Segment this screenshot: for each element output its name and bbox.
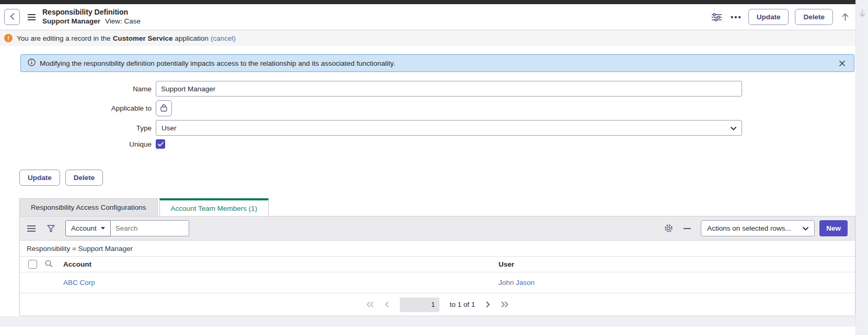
form-row-applicable-to: Applicable to <box>0 100 855 116</box>
delete-button[interactable]: Delete <box>795 9 833 25</box>
funnel-icon[interactable] <box>47 225 55 232</box>
form-row-unique: Unique <box>0 139 855 149</box>
applicable-to-label: Applicable to <box>0 104 152 112</box>
name-field[interactable] <box>156 81 742 97</box>
new-button[interactable]: New <box>819 220 848 236</box>
user-link[interactable]: John Jason <box>499 279 535 286</box>
gear-icon[interactable] <box>664 223 674 233</box>
notice-app-name: Customer Service <box>113 34 173 42</box>
page-number-input[interactable] <box>400 297 439 312</box>
banner-close-icon[interactable] <box>837 58 847 68</box>
caret-down-icon <box>101 227 105 230</box>
tab-account-team-members[interactable]: Account Team Members (1) <box>159 198 269 216</box>
back-icon <box>10 13 15 21</box>
tab-responsibility-access-configurations[interactable]: Responsibility Access Configurations <box>19 198 158 216</box>
info-icon <box>28 58 36 68</box>
column-header-account[interactable]: Account <box>63 260 499 268</box>
view-label: View: Case <box>105 17 141 25</box>
delete-button-bottom[interactable]: Delete <box>65 170 103 186</box>
menu-icon[interactable] <box>28 14 36 20</box>
search-field-value: Account <box>71 224 97 232</box>
page-first-icon[interactable] <box>366 302 374 307</box>
applicable-to-lock-button[interactable] <box>156 100 172 116</box>
column-header-user[interactable]: User <box>499 260 855 268</box>
unique-checkbox[interactable] <box>156 139 165 149</box>
update-button[interactable]: Update <box>748 9 789 25</box>
unique-label: Unique <box>0 140 152 148</box>
page-title-block: Responsibility Definition Support Manage… <box>42 8 141 26</box>
edit-notice-bar: ! You are editing a record in the Custom… <box>0 30 855 46</box>
update-button-bottom[interactable]: Update <box>19 170 60 186</box>
form-row-type: Type User <box>0 120 855 136</box>
filter-settings-icon[interactable] <box>711 13 722 21</box>
scrollbar-strip[interactable] <box>855 0 868 335</box>
notice-text: You are editing a record in the <box>17 34 111 42</box>
list-condition-breadcrumb[interactable]: Responsibility = Support Manager <box>20 241 855 257</box>
page-prev-icon[interactable] <box>385 302 389 307</box>
back-button[interactable] <box>4 9 20 25</box>
lock-icon <box>160 104 167 113</box>
search-field-selector[interactable]: Account <box>65 220 111 236</box>
chevron-down-icon <box>803 224 808 232</box>
record-subtitle: Support ManagerView: Case <box>42 17 141 26</box>
info-banner-message: Modifying the responsibility definition … <box>40 59 837 67</box>
info-banner: Modifying the responsibility definition … <box>20 54 854 72</box>
scroll-up-icon[interactable] <box>841 13 849 21</box>
type-label: Type <box>0 124 152 132</box>
list-menu-icon[interactable] <box>27 225 36 232</box>
select-all-checkbox[interactable] <box>28 260 37 269</box>
row-actions-select[interactable]: Actions on selected rows... <box>701 220 815 236</box>
form-row-name: Name <box>0 81 855 97</box>
row-search-icon[interactable] <box>45 260 53 269</box>
table-row: ABC Corp John Jason <box>20 272 855 293</box>
scroll-down-icon[interactable] <box>859 9 866 335</box>
notice-suffix: application <box>175 34 209 42</box>
list-search-input[interactable] <box>111 220 189 236</box>
warning-icon: ! <box>4 34 13 42</box>
record-name: Support Manager <box>42 17 100 25</box>
page-range-label: to 1 of 1 <box>450 301 476 308</box>
page-last-icon[interactable] <box>501 302 509 307</box>
related-tabs: Responsibility Access Configurations Acc… <box>19 198 855 216</box>
record-form: Name Applicable to Type User <box>0 72 855 149</box>
related-list-card: Account Actions on selected rows... New … <box>19 216 855 316</box>
name-label: Name <box>0 85 152 93</box>
row-actions-value: Actions on selected rows... <box>707 224 791 232</box>
page-title: Responsibility Definition <box>42 8 141 17</box>
collapse-icon[interactable] <box>684 228 691 229</box>
check-icon <box>158 140 164 148</box>
chevron-down-icon <box>731 124 736 132</box>
cancel-edit-link[interactable]: (cancel) <box>211 34 236 42</box>
record-actions: Update Delete <box>19 170 855 186</box>
list-header-row: Account User <box>20 257 855 272</box>
page-footer-strip <box>0 316 855 327</box>
more-options-icon[interactable]: ••• <box>731 13 742 21</box>
top-dark-bar <box>0 0 855 4</box>
page: Responsibility Definition Support Manage… <box>0 0 855 327</box>
page-next-icon[interactable] <box>485 302 490 307</box>
type-select-value: User <box>161 124 177 132</box>
account-link[interactable]: ABC Corp <box>63 279 95 286</box>
app-header: Responsibility Definition Support Manage… <box>0 4 855 30</box>
pagination-bar: to 1 of 1 <box>20 293 855 316</box>
type-select[interactable]: User <box>156 120 742 136</box>
list-toolbar: Account Actions on selected rows... New <box>20 217 855 241</box>
